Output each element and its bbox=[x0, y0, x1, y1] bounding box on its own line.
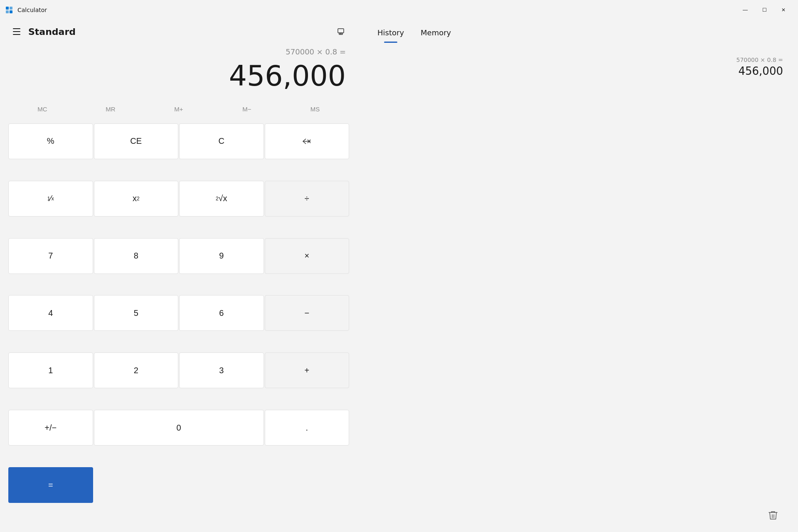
buttons-grid: % CE C 1⁄x x2 2√x ÷ 7 8 bbox=[8, 123, 349, 524]
mminus-button[interactable]: M− bbox=[213, 100, 281, 118]
calculator-panel: Standard 570000 × 0.8 = 456,000 MC MR bbox=[0, 20, 357, 532]
main-content: Standard 570000 × 0.8 = 456,000 MC MR bbox=[0, 20, 798, 532]
tabs-row: History Memory bbox=[366, 20, 790, 45]
hamburger-line-2 bbox=[13, 31, 20, 32]
app-icon bbox=[5, 6, 13, 14]
decimal-button[interactable]: . bbox=[265, 410, 350, 446]
history-expression: 570000 × 0.8 = bbox=[736, 57, 783, 63]
clear-history-button[interactable] bbox=[765, 507, 781, 524]
svg-rect-0 bbox=[6, 7, 9, 10]
expression-display: 570000 × 0.8 = bbox=[12, 47, 346, 59]
six-button[interactable]: 6 bbox=[179, 295, 264, 331]
one-button[interactable]: 1 bbox=[8, 352, 93, 388]
header-row: Standard bbox=[8, 20, 349, 43]
mode-title: Standard bbox=[28, 27, 332, 37]
display-area: 570000 × 0.8 = 456,000 bbox=[8, 43, 349, 97]
square-button[interactable]: x2 bbox=[94, 181, 179, 217]
history-entries: 570000 × 0.8 = 456,000 bbox=[366, 45, 790, 288]
mr-button[interactable]: MR bbox=[76, 100, 145, 118]
memory-tab[interactable]: Memory bbox=[412, 25, 459, 40]
window-controls: — ☐ ✕ bbox=[736, 2, 793, 17]
eight-button[interactable]: 8 bbox=[94, 238, 179, 274]
history-result: 456,000 bbox=[736, 65, 783, 77]
maximize-button[interactable]: ☐ bbox=[755, 2, 774, 17]
hamburger-line-1 bbox=[13, 28, 20, 29]
mc-button[interactable]: MC bbox=[8, 100, 76, 118]
five-button[interactable]: 5 bbox=[94, 295, 179, 331]
equals-button[interactable]: = bbox=[8, 467, 93, 503]
sqrt-button[interactable]: 2√x bbox=[179, 181, 264, 217]
four-button[interactable]: 4 bbox=[8, 295, 93, 331]
nine-button[interactable]: 9 bbox=[179, 238, 264, 274]
history-tab[interactable]: History bbox=[369, 25, 412, 40]
backspace-button[interactable] bbox=[265, 123, 350, 159]
zero-button[interactable]: 0 bbox=[94, 410, 264, 446]
add-button[interactable]: + bbox=[265, 352, 350, 388]
history-tab-label: History bbox=[377, 28, 404, 37]
reciprocal-button[interactable]: 1⁄x bbox=[8, 181, 93, 217]
minimize-button[interactable]: — bbox=[736, 2, 755, 17]
divide-button[interactable]: ÷ bbox=[265, 181, 350, 217]
multiply-button[interactable]: × bbox=[265, 238, 350, 274]
c-button[interactable]: C bbox=[179, 123, 264, 159]
svg-rect-3 bbox=[10, 10, 12, 13]
negate-button[interactable]: +/− bbox=[8, 410, 93, 446]
calculator-window: Calculator — ☐ ✕ Standard bbox=[0, 0, 798, 532]
title-bar: Calculator — ☐ ✕ bbox=[0, 0, 798, 20]
app-title: Calculator bbox=[17, 7, 736, 13]
two-button[interactable]: 2 bbox=[94, 352, 179, 388]
ms-button[interactable]: MS bbox=[281, 100, 349, 118]
svg-rect-1 bbox=[10, 7, 12, 10]
right-panel: History Memory 570000 × 0.8 = 456,000 bbox=[357, 20, 798, 532]
mplus-button[interactable]: M+ bbox=[145, 100, 213, 118]
three-button[interactable]: 3 bbox=[179, 352, 264, 388]
close-button[interactable]: ✕ bbox=[774, 2, 793, 17]
subtract-button[interactable]: − bbox=[265, 295, 350, 331]
percent-button[interactable]: % bbox=[8, 123, 93, 159]
svg-rect-4 bbox=[338, 29, 344, 33]
memory-tab-label: Memory bbox=[421, 28, 451, 37]
hamburger-line-3 bbox=[13, 34, 20, 35]
keep-on-top-button[interactable] bbox=[332, 23, 349, 40]
svg-rect-2 bbox=[6, 10, 9, 13]
memory-row: MC MR M+ M− MS bbox=[8, 97, 349, 123]
history-entry[interactable]: 570000 × 0.8 = 456,000 bbox=[729, 53, 790, 81]
menu-button[interactable] bbox=[8, 23, 25, 40]
result-display: 456,000 bbox=[12, 61, 346, 92]
seven-button[interactable]: 7 bbox=[8, 238, 93, 274]
trash-icon-area bbox=[366, 288, 790, 532]
ce-button[interactable]: CE bbox=[94, 123, 179, 159]
